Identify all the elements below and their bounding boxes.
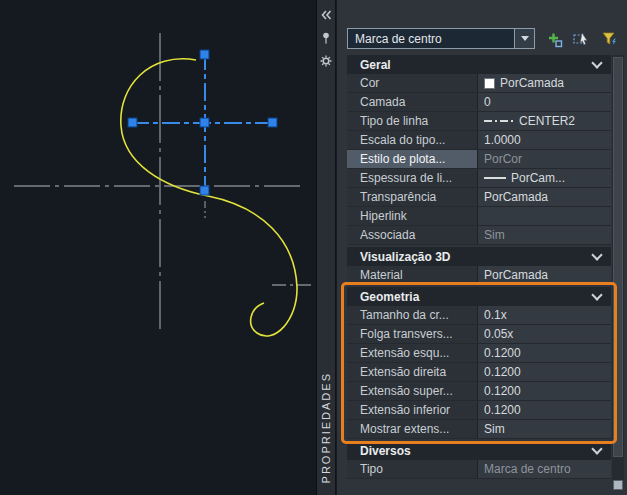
property-value-tamanho-da-cr[interactable]: 0.1x: [478, 306, 611, 325]
property-row: MaterialPorCamada: [347, 266, 611, 285]
property-value-tipo-de-linha[interactable]: CENTER2: [478, 112, 611, 131]
property-label-material[interactable]: Material: [347, 266, 478, 285]
property-value-escala-do-tipo[interactable]: 1.0000: [478, 131, 611, 150]
chevron-down-icon: [591, 57, 602, 68]
property-value-material[interactable]: PorCamada: [478, 266, 611, 285]
section-title: Geometria: [360, 290, 419, 304]
property-value-folga-transvers[interactable]: 0.05x: [478, 325, 611, 344]
property-row: Tamanho da cr...0.1x: [347, 306, 611, 325]
property-label-tipo[interactable]: Tipo: [347, 460, 478, 479]
value-text: 0.1200: [484, 346, 521, 360]
quick-select-button[interactable]: [596, 27, 621, 50]
property-label-extens-o-super[interactable]: Extensão super...: [347, 382, 478, 401]
property-label-camada[interactable]: Camada: [347, 93, 478, 112]
value-text: 0: [484, 95, 491, 109]
properties-palette: Marca de centro GeralCorPorCamadaCamada0…: [337, 0, 627, 495]
grip-right[interactable]: [268, 118, 277, 127]
property-label-estilo-de-plota[interactable]: Estilo de plota...: [347, 150, 478, 169]
property-value-mostrar-extens[interactable]: Sim: [478, 420, 611, 439]
scrollbar[interactable]: [612, 55, 624, 481]
property-value-associada[interactable]: Sim: [478, 226, 611, 245]
pin-icon[interactable]: [319, 31, 333, 45]
section-header-visualiza-o-3d[interactable]: Visualização 3D: [347, 247, 611, 266]
property-row: CorPorCamada: [347, 74, 611, 93]
value-text: Sim: [484, 228, 505, 242]
grip-top[interactable]: [200, 50, 209, 59]
property-row: TransparênciaPorCamada: [347, 188, 611, 207]
value-text: 0.1200: [484, 365, 521, 379]
property-value-transpar-ncia[interactable]: PorCamada: [478, 188, 611, 207]
resize-grip[interactable]: [613, 480, 623, 490]
grip-left[interactable]: [128, 118, 137, 127]
scrollbar-thumb[interactable]: [613, 57, 623, 457]
property-row: AssociadaSim: [347, 226, 611, 245]
color-swatch: [484, 78, 495, 89]
spline-curve[interactable]: [121, 59, 297, 336]
value-text: PorCamada: [484, 190, 548, 204]
linetype-preview-icon: [484, 120, 514, 122]
value-text: PorCamada: [500, 76, 564, 90]
property-label-cor[interactable]: Cor: [347, 74, 478, 93]
object-type-dropdown[interactable]: Marca de centro: [347, 28, 535, 49]
property-row: Extensão esqu...0.1200: [347, 344, 611, 363]
property-label-hiperlink[interactable]: Hiperlink: [347, 207, 478, 226]
value-text: PorCor: [484, 152, 522, 166]
settings-icon[interactable]: [319, 54, 333, 68]
value-text: 0.05x: [484, 327, 513, 341]
property-row: Camada0: [347, 93, 611, 112]
property-label-transpar-ncia[interactable]: Transparência: [347, 188, 478, 207]
section-title: Diversos: [360, 444, 411, 458]
property-label-extens-o-inferior[interactable]: Extensão inferior: [347, 401, 478, 420]
property-row: Espessura de li...PorCam...: [347, 169, 611, 188]
chevron-down-icon[interactable]: [514, 29, 534, 48]
palette-titlebar: PROPRIEDADES: [316, 0, 336, 495]
property-value-extens-o-esqu[interactable]: 0.1200: [478, 344, 611, 363]
value-text: 0.1200: [484, 403, 521, 417]
value-text: PorCamada: [484, 268, 548, 282]
model-space: [0, 0, 316, 495]
section-header-geometria[interactable]: Geometria: [347, 287, 611, 306]
property-value-tipo[interactable]: Marca de centro: [478, 460, 611, 479]
property-label-escala-do-tipo[interactable]: Escala do tipo...: [347, 131, 478, 150]
value-text: 0.1200: [484, 384, 521, 398]
palette-title: PROPRIEDADES: [320, 356, 332, 495]
property-label-extens-o-esqu[interactable]: Extensão esqu...: [347, 344, 478, 363]
property-row: Tipo de linhaCENTER2: [347, 112, 611, 131]
section-header-diversos[interactable]: Diversos: [347, 441, 611, 460]
select-objects-icon: [572, 30, 590, 48]
property-row: Folga transvers...0.05x: [347, 325, 611, 344]
property-value-espessura-de-li[interactable]: PorCam...: [478, 169, 611, 188]
property-label-espessura-de-li[interactable]: Espessura de li...: [347, 169, 478, 188]
property-value-extens-o-super[interactable]: 0.1200: [478, 382, 611, 401]
property-label-tipo-de-linha[interactable]: Tipo de linha: [347, 112, 478, 131]
grip-bottom[interactable]: [200, 186, 209, 195]
select-objects-button[interactable]: [568, 27, 593, 50]
property-value-estilo-de-plota[interactable]: PorCor: [478, 150, 611, 169]
property-label-mostrar-extens[interactable]: Mostrar extens...: [347, 420, 478, 439]
property-label-associada[interactable]: Associada: [347, 226, 478, 245]
property-value-cor[interactable]: PorCamada: [478, 74, 611, 93]
grip-center[interactable]: [200, 118, 209, 127]
property-row: Hiperlink: [347, 207, 611, 226]
property-value-extens-o-inferior[interactable]: 0.1200: [478, 401, 611, 420]
autocad-window: PROPRIEDADES Marca de centro: [0, 0, 627, 495]
chevron-down-icon: [591, 289, 602, 300]
property-label-folga-transvers[interactable]: Folga transvers...: [347, 325, 478, 344]
property-row: TipoMarca de centro: [347, 460, 611, 479]
property-label-extens-o-direita[interactable]: Extensão direita: [347, 363, 478, 382]
property-value-camada[interactable]: 0: [478, 93, 611, 112]
chevron-down-icon: [591, 443, 602, 454]
value-text: 1.0000: [484, 133, 521, 147]
property-row: Extensão direita0.1200: [347, 363, 611, 382]
property-value-extens-o-direita[interactable]: 0.1200: [478, 363, 611, 382]
drawing-canvas[interactable]: [0, 0, 316, 495]
value-text: Sim: [484, 422, 505, 436]
property-row: Mostrar extens...Sim: [347, 420, 611, 439]
section-header-geral[interactable]: Geral: [347, 55, 611, 74]
pickadd-toggle-button[interactable]: [541, 27, 566, 50]
property-label-tamanho-da-cr[interactable]: Tamanho da cr...: [347, 306, 478, 325]
auto-hide-icon[interactable]: [319, 8, 333, 22]
section-title: Visualização 3D: [360, 250, 451, 264]
section-title: Geral: [360, 58, 391, 72]
property-value-hiperlink[interactable]: [478, 207, 611, 226]
